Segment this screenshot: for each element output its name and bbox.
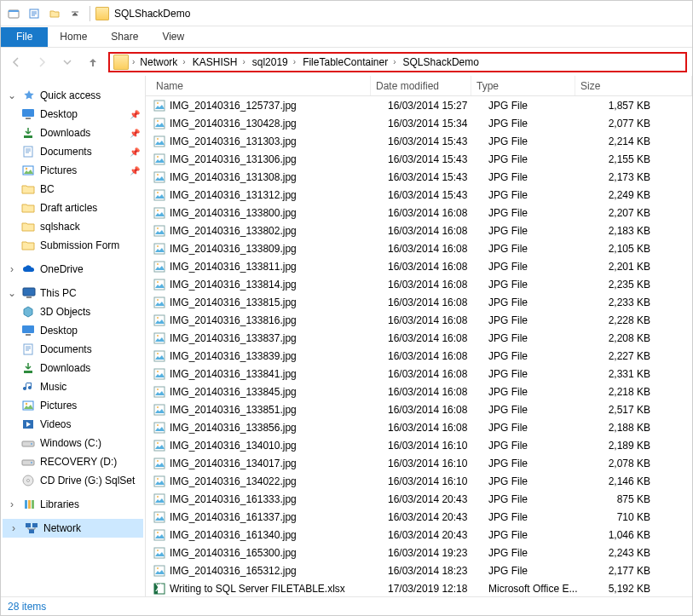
sidebar-item[interactable]: sqlshack xyxy=(3,217,143,236)
chevron-right-icon[interactable]: › xyxy=(6,498,18,510)
file-row[interactable]: IMG_20140316_133845.jpg16/03/2014 16:08J… xyxy=(146,383,692,400)
network-header[interactable]: › Network xyxy=(3,519,143,538)
file-size: 1,857 KB xyxy=(592,100,657,112)
svg-rect-24 xyxy=(25,500,27,509)
app-menu-icon[interactable] xyxy=(4,4,23,23)
file-type: JPG File xyxy=(488,565,592,577)
chevron-right-icon[interactable]: › xyxy=(132,57,135,66)
file-row[interactable]: IMG_20140316_133837.jpg16/03/2014 16:08J… xyxy=(146,329,692,347)
column-name[interactable]: Name xyxy=(151,76,371,95)
chevron-down-icon[interactable]: ⌄ xyxy=(6,89,18,101)
sidebar-item[interactable]: 3D Objects xyxy=(3,302,143,321)
sidebar-item[interactable]: BC xyxy=(3,180,143,199)
file-row[interactable]: IMG_20140316_133814.jpg16/03/2014 16:08J… xyxy=(146,275,692,293)
svg-rect-50 xyxy=(154,279,165,290)
column-date[interactable]: Date modified xyxy=(371,76,471,95)
column-size[interactable]: Size xyxy=(575,76,692,95)
sidebar-item[interactable]: Draft articles xyxy=(3,199,143,217)
chevron-right-icon[interactable]: › xyxy=(6,263,18,275)
nav-forward-button[interactable] xyxy=(32,52,52,72)
sidebar-item[interactable]: Documents xyxy=(3,340,143,359)
breadcrumb-seg[interactable]: KASHISH› xyxy=(191,55,247,70)
sidebar-item-label: Submission Form xyxy=(40,239,119,251)
file-row[interactable]: IMG_20140316_133839.jpg16/03/2014 16:08J… xyxy=(146,347,692,365)
svg-rect-52 xyxy=(154,297,165,308)
sidebar-item[interactable]: Pictures📌 xyxy=(3,161,143,180)
breadcrumb-seg[interactable]: Network› xyxy=(138,55,187,70)
sidebar-item[interactable]: Desktop xyxy=(3,321,143,340)
file-row[interactable]: IMG_20140316_134010.jpg16/03/2014 16:10J… xyxy=(146,436,692,454)
folder-icon xyxy=(21,182,35,196)
svg-point-65 xyxy=(157,406,159,408)
file-row[interactable]: IMG_20140316_125737.jpg16/03/2014 15:27J… xyxy=(146,96,692,114)
column-type[interactable]: Type xyxy=(471,76,575,95)
properties-icon[interactable] xyxy=(25,4,43,23)
svg-point-57 xyxy=(157,335,159,337)
chevron-down-icon[interactable]: ⌄ xyxy=(6,287,18,299)
file-row[interactable]: IMG_20140316_165312.jpg16/03/2014 18:23J… xyxy=(146,561,692,579)
file-row[interactable]: IMG_20140316_133802.jpg16/03/2014 16:08J… xyxy=(146,222,692,239)
sidebar-item-label: Documents xyxy=(40,343,92,355)
libraries-header[interactable]: › Libraries xyxy=(3,495,143,514)
onedrive-header[interactable]: › OneDrive xyxy=(3,260,143,279)
file-row[interactable]: IMG_20140316_161337.jpg16/03/2014 20:43J… xyxy=(146,508,692,526)
file-row[interactable]: IMG_20140316_133800.jpg16/03/2014 16:08J… xyxy=(146,204,692,222)
sidebar-item[interactable]: Music xyxy=(3,377,143,396)
tab-file[interactable]: File xyxy=(1,27,48,47)
svg-point-37 xyxy=(157,156,159,158)
sidebar-item[interactable]: Downloads📌 xyxy=(3,124,143,142)
file-row[interactable]: IMG_20140316_131308.jpg16/03/2014 15:43J… xyxy=(146,168,692,186)
file-row[interactable]: IMG_20140316_134017.jpg16/03/2014 16:10J… xyxy=(146,454,692,472)
file-row[interactable]: IMG_20140316_131306.jpg16/03/2014 15:43J… xyxy=(146,150,692,168)
this-pc-header[interactable]: ⌄ This PC xyxy=(3,284,143,302)
sidebar-item[interactable]: Downloads xyxy=(3,359,143,377)
svg-point-8 xyxy=(26,168,27,170)
nav-recent-button[interactable] xyxy=(57,52,78,72)
sidebar-item[interactable]: Submission Form xyxy=(3,236,143,255)
new-folder-icon[interactable] xyxy=(45,4,64,23)
file-row[interactable]: IMG_20140316_133816.jpg16/03/2014 16:08J… xyxy=(146,311,692,329)
file-row[interactable]: IMG_20140316_161340.jpg16/03/2014 20:43J… xyxy=(146,526,692,544)
sidebar-item[interactable]: Pictures xyxy=(3,396,143,415)
jpg-file-icon xyxy=(151,404,168,416)
file-row[interactable]: IMG_20140316_133856.jpg16/03/2014 16:08J… xyxy=(146,418,692,436)
file-row[interactable]: IMG_20140316_130428.jpg16/03/2014 15:34J… xyxy=(146,114,692,132)
svg-point-55 xyxy=(157,317,159,319)
qat-customize-icon[interactable] xyxy=(66,4,84,23)
breadcrumb-seg[interactable]: SQLShackDemo xyxy=(401,55,481,70)
sidebar-item[interactable]: Documents📌 xyxy=(3,142,143,161)
nav-up-button[interactable] xyxy=(83,52,103,72)
file-row[interactable]: XWriting to SQL Server FILETABLE.xlsx17/… xyxy=(146,579,692,596)
sidebar-item[interactable]: CD Drive (G:) SqlSet xyxy=(3,471,143,490)
file-row[interactable]: IMG_20140316_133809.jpg16/03/2014 16:08J… xyxy=(146,239,692,257)
breadcrumb-seg[interactable]: sql2019› xyxy=(251,55,297,70)
tab-view[interactable]: View xyxy=(150,27,196,47)
file-row[interactable]: IMG_20140316_131303.jpg16/03/2014 15:43J… xyxy=(146,132,692,150)
file-name: IMG_20140316_133800.jpg xyxy=(168,207,388,219)
tab-home[interactable]: Home xyxy=(48,27,99,47)
sidebar-item[interactable]: Windows (C:) xyxy=(3,434,143,452)
sidebar-item[interactable]: RECOVERY (D:) xyxy=(3,452,143,471)
file-row[interactable]: IMG_20140316_133851.jpg16/03/2014 16:08J… xyxy=(146,400,692,418)
file-name: IMG_20140316_165300.jpg xyxy=(168,547,388,559)
nav-back-button[interactable] xyxy=(6,52,26,72)
address-bar[interactable]: › Network› KASHISH› sql2019› FileTableCo… xyxy=(108,52,687,72)
sidebar-item[interactable]: Videos xyxy=(3,415,143,434)
file-row[interactable]: IMG_20140316_161333.jpg16/03/2014 20:43J… xyxy=(146,490,692,508)
svg-rect-40 xyxy=(154,190,165,200)
file-row[interactable]: IMG_20140316_165300.jpg16/03/2014 19:23J… xyxy=(146,544,692,561)
quick-access-header[interactable]: ⌄ Quick access xyxy=(3,86,143,105)
file-row[interactable]: IMG_20140316_133841.jpg16/03/2014 16:08J… xyxy=(146,365,692,383)
tab-share[interactable]: Share xyxy=(99,27,150,47)
file-type: JPG File xyxy=(488,422,592,434)
file-row[interactable]: IMG_20140316_131312.jpg16/03/2014 15:43J… xyxy=(146,186,692,204)
jpg-file-icon xyxy=(151,386,168,398)
breadcrumb-seg[interactable]: FileTableContainer› xyxy=(301,55,397,70)
downloads-icon xyxy=(21,126,35,140)
file-row[interactable]: IMG_20140316_133811.jpg16/03/2014 16:08J… xyxy=(146,257,692,275)
sidebar-item[interactable]: Desktop📌 xyxy=(3,105,143,124)
file-row[interactable]: IMG_20140316_134022.jpg16/03/2014 16:10J… xyxy=(146,472,692,490)
file-row[interactable]: IMG_20140316_133815.jpg16/03/2014 16:08J… xyxy=(146,293,692,311)
chevron-right-icon[interactable]: › xyxy=(8,522,20,534)
sidebar-item-label: BC xyxy=(40,183,55,195)
